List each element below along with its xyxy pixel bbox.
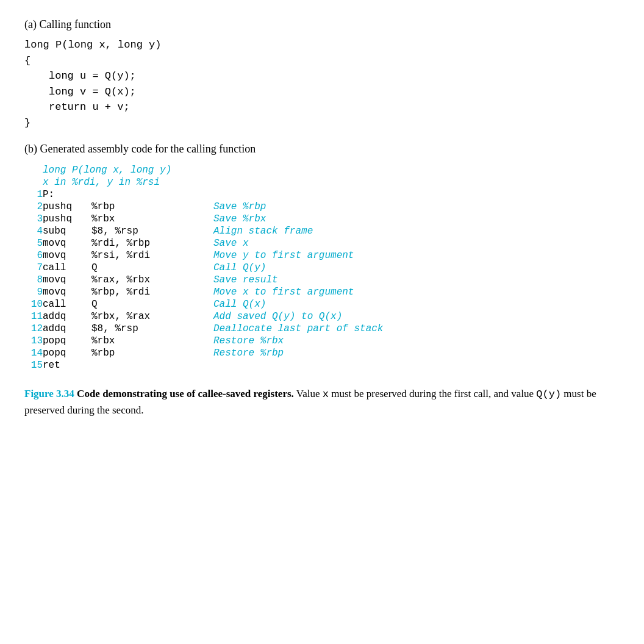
section-b-label: (b) Generated assembly code for the call… xyxy=(24,143,620,156)
comment-8: Save result xyxy=(213,274,620,286)
operand-13: %rbx xyxy=(91,335,213,347)
section-a: (a) Calling function long P(long x, long… xyxy=(24,18,620,131)
asm-row-5: 5 movq %rdi, %rbp Save x xyxy=(24,237,620,249)
linenum-13: 13 xyxy=(24,335,43,347)
operand-8: %rax, %rbx xyxy=(91,274,213,286)
code-line-2: { xyxy=(24,53,620,69)
comment-13: Restore %rbx xyxy=(213,335,620,347)
comment-text-1: long P(long x, long y) xyxy=(43,164,620,176)
comment-6: Move y to first argument xyxy=(213,249,620,262)
comment-5: Save x xyxy=(213,237,620,249)
comment-7: Call Q(y) xyxy=(213,262,620,274)
instr-6: movq xyxy=(43,249,91,262)
instr-5: movq xyxy=(43,237,91,249)
figure-label: Figure 3.34 xyxy=(24,388,74,399)
instr-15: ret xyxy=(43,359,91,371)
linenum-8: 8 xyxy=(24,274,43,286)
operand-7: Q xyxy=(91,262,213,274)
comment-11: Add saved Q(y) to Q(x) xyxy=(213,310,620,323)
linenum-9: 9 xyxy=(24,286,43,298)
comment-15 xyxy=(213,359,620,371)
operand-4: $8, %rsp xyxy=(91,225,213,237)
comment-10: Call Q(x) xyxy=(213,298,620,310)
section-a-code: long P(long x, long y) { long u = Q(y); … xyxy=(24,37,620,131)
comment-4: Align stack frame xyxy=(213,225,620,237)
asm-row-1: 1 P: xyxy=(24,188,620,201)
instr-13: popq xyxy=(43,335,91,347)
linenum-7: 7 xyxy=(24,262,43,274)
operand-5: %rdi, %rbp xyxy=(91,237,213,249)
asm-row-14: 14 popq %rbp Restore %rbp xyxy=(24,347,620,359)
operand-2: %rbp xyxy=(91,201,213,213)
asm-row-2: 2 pushq %rbp Save %rbp xyxy=(24,201,620,213)
instr-3: pushq xyxy=(43,213,91,225)
instr-4: subq xyxy=(43,225,91,237)
comment-1 xyxy=(213,188,620,201)
asm-row-10: 10 call Q Call Q(x) xyxy=(24,298,620,310)
linenum-2: 2 xyxy=(24,201,43,213)
asm-row-7: 7 call Q Call Q(y) xyxy=(24,262,620,274)
operand-6: %rsi, %rdi xyxy=(91,249,213,262)
asm-row-13: 13 popq %rbx Restore %rbx xyxy=(24,335,620,347)
asm-row-15: 15 ret xyxy=(24,359,620,371)
assembly-table: long P(long x, long y) x in %rdi, y in %… xyxy=(24,164,620,371)
instr-10: call xyxy=(43,298,91,310)
operand-10: Q xyxy=(91,298,213,310)
instr-12: addq xyxy=(43,323,91,335)
comment-linenum-1 xyxy=(24,164,43,176)
linenum-1: 1 xyxy=(24,188,43,201)
linenum-15: 15 xyxy=(24,359,43,371)
asm-row-6: 6 movq %rsi, %rdi Move y to first argume… xyxy=(24,249,620,262)
linenum-10: 10 xyxy=(24,298,43,310)
code-line-5: return u + v; xyxy=(24,99,620,115)
code-line-6: } xyxy=(24,115,620,131)
comment-row-2: x in %rdi, y in %rsi xyxy=(24,176,620,188)
comment-3: Save %rbx xyxy=(213,213,620,225)
instr-11: addq xyxy=(43,310,91,323)
linenum-11: 11 xyxy=(24,310,43,323)
asm-row-4: 4 subq $8, %rsp Align stack frame xyxy=(24,225,620,237)
linenum-12: 12 xyxy=(24,323,43,335)
comment-9: Move x to first argument xyxy=(213,286,620,298)
instr-8: movq xyxy=(43,274,91,286)
operand-3: %rbx xyxy=(91,213,213,225)
code-line-3: long u = Q(y); xyxy=(24,68,620,84)
instr-1: P: xyxy=(43,188,213,201)
instr-2: pushq xyxy=(43,201,91,213)
comment-12: Deallocate last part of stack xyxy=(213,323,620,335)
linenum-6: 6 xyxy=(24,249,43,262)
comment-14: Restore %rbp xyxy=(213,347,620,359)
operand-14: %rbp xyxy=(91,347,213,359)
linenum-3: 3 xyxy=(24,213,43,225)
section-a-label: (a) Calling function xyxy=(24,18,620,31)
linenum-14: 14 xyxy=(24,347,43,359)
comment-row-1: long P(long x, long y) xyxy=(24,164,620,176)
linenum-5: 5 xyxy=(24,237,43,249)
asm-row-9: 9 movq %rbp, %rdi Move x to first argume… xyxy=(24,286,620,298)
operand-11: %rbx, %rax xyxy=(91,310,213,323)
instr-7: call xyxy=(43,262,91,274)
comment-2: Save %rbp xyxy=(213,201,620,213)
code-line-4: long v = Q(x); xyxy=(24,84,620,100)
operand-9: %rbp, %rdi xyxy=(91,286,213,298)
asm-row-8: 8 movq %rax, %rbx Save result xyxy=(24,274,620,286)
asm-row-12: 12 addq $8, %rsp Deallocate last part of… xyxy=(24,323,620,335)
asm-row-11: 11 addq %rbx, %rax Add saved Q(y) to Q(x… xyxy=(24,310,620,323)
code-line-1: long P(long x, long y) xyxy=(24,37,620,53)
linenum-4: 4 xyxy=(24,225,43,237)
operand-12: $8, %rsp xyxy=(91,323,213,335)
comment-text-2: x in %rdi, y in %rsi xyxy=(43,176,620,188)
comment-linenum-2 xyxy=(24,176,43,188)
figure-caption: Figure 3.34 Code demonstrating use of ca… xyxy=(24,386,620,418)
instr-14: popq xyxy=(43,347,91,359)
instr-9: movq xyxy=(43,286,91,298)
caption-bold-text: Code demonstrating use of callee-saved r… xyxy=(77,388,294,399)
asm-row-3: 3 pushq %rbx Save %rbx xyxy=(24,213,620,225)
operand-15 xyxy=(91,359,213,371)
